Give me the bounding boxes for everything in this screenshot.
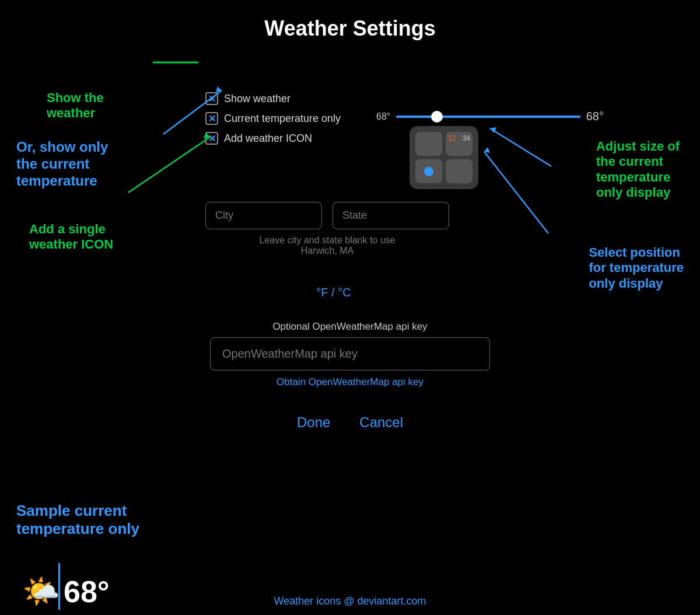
slider-left-label: 68° — [376, 111, 390, 122]
sample-temperature-display: 🌤️ 68° — [22, 574, 110, 609]
grid-cell-top-right[interactable]: 12 34 — [446, 132, 473, 156]
footer-credit: Weather icons @ deviantart.com — [274, 595, 426, 607]
size-slider-container: 68° 68° — [376, 110, 604, 123]
cancel-button[interactable]: Cancel — [359, 414, 403, 431]
checkbox-row-current-temp[interactable]: ✕ Current temperature only — [205, 112, 341, 125]
api-section: Optional OpenWeatherMap api key Obtain O… — [187, 321, 513, 388]
api-link[interactable]: Obtain OpenWeatherMap api key — [276, 376, 424, 387]
position-grid[interactable]: 12 34 — [410, 126, 478, 189]
size-slider-track[interactable] — [396, 116, 580, 118]
api-label: Optional OpenWeatherMap api key — [187, 321, 513, 333]
bottom-section: Sample current temperature only 🌤️ 68° W… — [0, 496, 700, 615]
footer: Weather icons @ deviantart.com US NWS — [274, 595, 426, 615]
grid-cell-bottom-left[interactable] — [415, 159, 442, 183]
api-key-input[interactable] — [210, 337, 490, 371]
annotation-show-weather: Show the weather — [47, 90, 104, 121]
annotation-weather-icon: Add a single weather ICON — [29, 222, 113, 253]
checkbox-add-icon-label: Add weather ICON — [224, 132, 312, 145]
checkboxes-area: ✕ Show weather ✕ Current temperature onl… — [205, 92, 341, 152]
done-button[interactable]: Done — [297, 414, 330, 431]
slider-right-label: 68° — [586, 110, 604, 123]
checkbox-add-icon[interactable]: ✕ — [205, 132, 218, 145]
checkbox-row-add-icon[interactable]: ✕ Add weather ICON — [205, 132, 341, 145]
checkbox-show-weather[interactable]: ✕ — [205, 92, 218, 105]
annotation-sample: Sample current temperature only — [16, 502, 139, 538]
grid-num-white: 34 — [463, 134, 470, 142]
page-title: Weather Settings — [0, 0, 700, 53]
weather-icon-emoji: 🌤️ — [22, 574, 60, 609]
state-input[interactable] — [332, 202, 449, 229]
checkbox-current-temp-label: Current temperature only — [224, 113, 341, 125]
size-slider-thumb[interactable] — [431, 111, 443, 123]
grid-cell-top-left[interactable] — [415, 132, 442, 156]
annotation-select-position: Select position for temperature only dis… — [589, 245, 684, 291]
checkbox-row-show-weather[interactable]: ✕ Show weather — [205, 92, 341, 105]
city-input[interactable] — [205, 202, 322, 229]
unit-toggle-container[interactable]: °F / °C — [205, 286, 462, 299]
city-state-row: Leave city and state blank to use Harwic… — [205, 197, 449, 267]
grid-cell-bottom-right[interactable] — [446, 159, 473, 183]
sample-temperature: 68° — [64, 574, 110, 609]
hint-text: Leave city and state blank to use Harwic… — [205, 235, 449, 256]
checkbox-show-weather-label: Show weather — [224, 93, 290, 105]
position-dot — [424, 167, 433, 176]
action-buttons: Done Cancel — [0, 414, 700, 431]
grid-num-orange: 12 — [448, 134, 456, 142]
annotation-current-temp: Or, show only the current temperature — [16, 139, 108, 189]
annotation-adjust-size: Adjust size of the current temperature o… — [596, 139, 680, 201]
checkbox-current-temp[interactable]: ✕ — [205, 112, 218, 125]
unit-toggle[interactable]: °F / °C — [316, 286, 351, 299]
